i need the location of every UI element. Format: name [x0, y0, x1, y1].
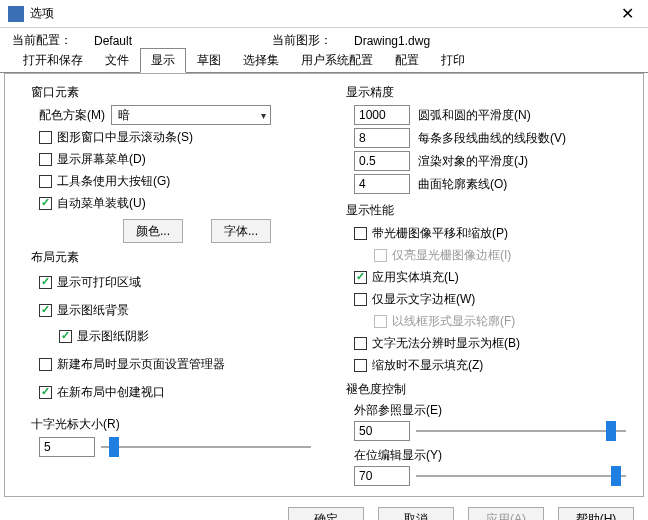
- options-body: 窗口元素 配色方案(M) 暗 ▾ 图形窗口中显示滚动条(S) 显示屏幕菜单(D)…: [4, 73, 644, 497]
- polyline-segments-label: 每条多段线曲线的线段数(V): [418, 130, 566, 147]
- checkbox-text-block[interactable]: [354, 337, 367, 350]
- right-column: 显示精度 1000圆弧和圆的平滑度(N) 8每条多段线曲线的线段数(V) 0.5…: [328, 78, 635, 496]
- checkbox-paperbg[interactable]: [39, 304, 52, 317]
- slider-thumb[interactable]: [606, 421, 616, 441]
- checkbox-printable[interactable]: [39, 276, 52, 289]
- tab-plot[interactable]: 打印: [430, 48, 476, 73]
- checkbox-automenu[interactable]: [39, 197, 52, 210]
- label-zoom-fill: 缩放时不显示填充(Z): [372, 357, 483, 374]
- checkbox-solid-fill[interactable]: [354, 271, 367, 284]
- checkbox-text-frame[interactable]: [354, 293, 367, 306]
- inplace-label: 在位编辑显示(Y): [354, 447, 635, 464]
- left-column: 窗口元素 配色方案(M) 暗 ▾ 图形窗口中显示滚动条(S) 显示屏幕菜单(D)…: [13, 78, 320, 496]
- dialog-footer: 确定 取消 应用(A) 帮助(H): [0, 497, 648, 520]
- checkbox-raster-pan[interactable]: [354, 227, 367, 240]
- display-performance-title: 显示性能: [346, 202, 631, 219]
- checkbox-highlight-raster: [374, 249, 387, 262]
- label-automenu: 自动菜单装载(U): [57, 195, 146, 212]
- tab-display[interactable]: 显示: [140, 48, 186, 73]
- label-text-block: 文字无法分辨时显示为框(B): [372, 335, 520, 352]
- tab-profiles[interactable]: 配置: [384, 48, 430, 73]
- slider-thumb[interactable]: [611, 466, 621, 486]
- crosshair-title: 十字光标大小(R): [31, 416, 316, 433]
- current-config-label: 当前配置：: [12, 32, 72, 49]
- contour-lines-label: 曲面轮廓素线(O): [418, 176, 507, 193]
- contour-lines-input[interactable]: 4: [354, 174, 410, 194]
- color-scheme-label: 配色方案(M): [39, 107, 105, 124]
- color-scheme-value: 暗: [118, 107, 130, 124]
- slider-thumb[interactable]: [109, 437, 119, 457]
- current-drawing-value: Drawing1.dwg: [354, 34, 430, 48]
- checkbox-screenmenu[interactable]: [39, 153, 52, 166]
- help-button[interactable]: 帮助(H): [558, 507, 634, 520]
- chevron-down-icon: ▾: [261, 110, 266, 121]
- checkbox-largeicons[interactable]: [39, 175, 52, 188]
- label-wireframe: 以线框形式显示轮廓(F): [392, 313, 515, 330]
- display-precision-title: 显示精度: [346, 84, 631, 101]
- fade-control-title: 褪色度控制: [346, 381, 631, 398]
- label-newvp: 在新布局中创建视口: [57, 384, 165, 401]
- checkbox-shadow[interactable]: [59, 330, 72, 343]
- ok-button[interactable]: 确定: [288, 507, 364, 520]
- inplace-fade-slider[interactable]: [416, 466, 626, 486]
- label-scrollbars: 图形窗口中显示滚动条(S): [57, 129, 193, 146]
- crosshair-input[interactable]: 5: [39, 437, 95, 457]
- apply-button[interactable]: 应用(A): [468, 507, 544, 520]
- close-button[interactable]: ✕: [615, 4, 640, 23]
- color-scheme-row: 配色方案(M) 暗 ▾: [39, 105, 320, 125]
- color-scheme-select[interactable]: 暗 ▾: [111, 105, 271, 125]
- label-paperbg: 显示图纸背景: [57, 302, 129, 319]
- colors-button[interactable]: 颜色...: [123, 219, 183, 243]
- xref-fade-slider[interactable]: [416, 421, 626, 441]
- window-elements-title: 窗口元素: [31, 84, 316, 101]
- tab-user-prefs[interactable]: 用户系统配置: [290, 48, 384, 73]
- crosshair-slider[interactable]: [101, 437, 311, 457]
- title-bar: 选项 ✕: [0, 0, 648, 28]
- label-screenmenu: 显示屏幕菜单(D): [57, 151, 146, 168]
- checkbox-zoom-fill[interactable]: [354, 359, 367, 372]
- label-raster-pan: 带光栅图像平移和缩放(P): [372, 225, 508, 242]
- current-config-value: Default: [94, 34, 132, 48]
- xref-fade-input[interactable]: 50: [354, 421, 410, 441]
- xref-label: 外部参照显示(E): [354, 402, 635, 419]
- checkbox-newvp[interactable]: [39, 386, 52, 399]
- label-newlayout: 新建布局时显示页面设置管理器: [57, 356, 225, 373]
- label-largeicons: 工具条使用大按钮(G): [57, 173, 170, 190]
- polyline-segments-input[interactable]: 8: [354, 128, 410, 148]
- tab-files[interactable]: 文件: [94, 48, 140, 73]
- tab-selection[interactable]: 选择集: [232, 48, 290, 73]
- fonts-button[interactable]: 字体...: [211, 219, 271, 243]
- window-title: 选项: [30, 5, 54, 22]
- arc-smoothness-label: 圆弧和圆的平滑度(N): [418, 107, 531, 124]
- layout-elements-title: 布局元素: [31, 249, 316, 266]
- checkbox-scrollbars[interactable]: [39, 131, 52, 144]
- tab-open-save[interactable]: 打开和保存: [12, 48, 94, 73]
- current-drawing-label: 当前图形：: [272, 32, 332, 49]
- label-shadow: 显示图纸阴影: [77, 328, 149, 345]
- tab-bar: 打开和保存 文件 显示 草图 选择集 用户系统配置 配置 打印: [0, 51, 648, 73]
- cancel-button[interactable]: 取消: [378, 507, 454, 520]
- arc-smoothness-input[interactable]: 1000: [354, 105, 410, 125]
- checkbox-newlayout[interactable]: [39, 358, 52, 371]
- label-solid-fill: 应用实体填充(L): [372, 269, 459, 286]
- label-highlight-raster: 仅亮显光栅图像边框(I): [392, 247, 511, 264]
- render-smoothness-label: 渲染对象的平滑度(J): [418, 153, 528, 170]
- inplace-fade-input[interactable]: 70: [354, 466, 410, 486]
- render-smoothness-input[interactable]: 0.5: [354, 151, 410, 171]
- label-text-frame: 仅显示文字边框(W): [372, 291, 475, 308]
- app-icon: [8, 6, 24, 22]
- checkbox-wireframe: [374, 315, 387, 328]
- tab-drafting[interactable]: 草图: [186, 48, 232, 73]
- label-printable: 显示可打印区域: [57, 274, 141, 291]
